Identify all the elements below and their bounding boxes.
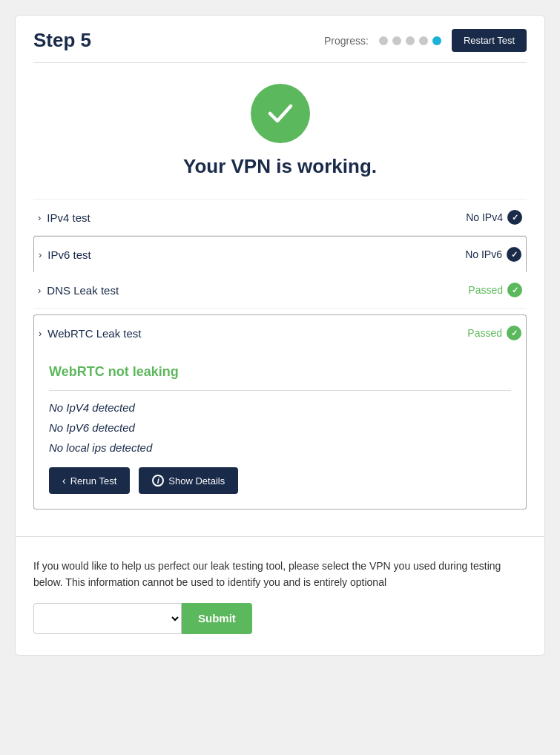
ipv6-status: No IPv6 [465, 248, 502, 260]
main-container: Step 5 Progress: Restart Test Your VPN i… [15, 15, 545, 656]
dns-status: Passed [468, 284, 503, 296]
footer-section: If you would like to help us perfect our… [16, 536, 544, 655]
test-row-dns[interactable]: › DNS Leak test Passed ✓ [33, 272, 527, 309]
test-row-ipv4[interactable]: › IPv4 test No IPv4 ✓ [33, 199, 527, 236]
panel-divider [49, 390, 511, 391]
test-row-webrtc[interactable]: › WebRTC Leak test Passed ✓ [33, 314, 527, 351]
test-list: › IPv4 test No IPv4 ✓ › IPv6 test No IPv… [33, 199, 527, 510]
dns-test-label: DNS Leak test [47, 284, 119, 297]
rerun-test-button[interactable]: ‹ Rerun Test [49, 467, 130, 494]
chevron-icon-ipv6: › [39, 249, 42, 260]
rerun-test-label: Rerun Test [70, 475, 117, 487]
dot-3 [406, 36, 415, 45]
test-row-ipv6-left: › IPv6 test [39, 248, 91, 261]
detection-local: No local ips detected [49, 441, 511, 454]
restart-test-button[interactable]: Restart Test [452, 29, 527, 52]
main-content: Your VPN is working. › IPv4 test No IPv4… [16, 63, 544, 529]
webrtc-panel-title: WebRTC not leaking [49, 364, 511, 380]
show-details-label: Show Details [168, 475, 225, 487]
header: Step 5 Progress: Restart Test [16, 16, 544, 62]
detection-ipv6: No IpV6 detected [49, 421, 511, 434]
webrtc-test-label: WebRTC Leak test [47, 327, 141, 340]
webrtc-expanded-panel: WebRTC not leaking No IpV4 detected No I… [33, 351, 527, 510]
dot-5 [432, 36, 441, 45]
header-right: Progress: Restart Test [324, 29, 527, 52]
show-details-button[interactable]: i Show Details [139, 467, 238, 494]
dot-1 [379, 36, 388, 45]
footer-form: Submit [33, 603, 527, 634]
success-icon [251, 84, 310, 143]
test-row-dns-left: › DNS Leak test [38, 284, 119, 297]
test-row-ipv6[interactable]: › IPv6 test No IPv6 ✓ [33, 236, 527, 272]
dot-2 [392, 36, 401, 45]
test-row-webrtc-left: › WebRTC Leak test [39, 327, 142, 340]
ipv4-status: No IPv4 [466, 211, 503, 223]
webrtc-status: Passed [467, 327, 502, 339]
chevron-left-icon: ‹ [62, 475, 66, 487]
success-section: Your VPN is working. [33, 63, 527, 193]
test-row-dns-right: Passed ✓ [468, 283, 522, 297]
vpn-select[interactable] [33, 603, 182, 634]
success-message: Your VPN is working. [183, 155, 377, 178]
chevron-icon-webrtc: › [39, 328, 42, 339]
panel-buttons: ‹ Rerun Test i Show Details [49, 467, 511, 494]
test-row-webrtc-right: Passed ✓ [467, 326, 521, 340]
chevron-icon-ipv4: › [38, 212, 41, 223]
test-row-ipv4-right: No IPv4 ✓ [466, 210, 522, 225]
ipv6-test-label: IPv6 test [47, 248, 90, 261]
detection-ipv4: No IpV4 detected [49, 401, 511, 414]
dns-badge: ✓ [507, 283, 522, 297]
progress-dots [379, 36, 441, 45]
ipv4-test-label: IPv4 test [47, 211, 90, 224]
ipv6-badge: ✓ [507, 247, 521, 262]
info-icon: i [152, 475, 164, 487]
step-title: Step 5 [33, 29, 91, 52]
submit-button[interactable]: Submit [182, 603, 252, 634]
progress-label: Progress: [324, 35, 369, 47]
checkmark-icon [264, 97, 297, 130]
ipv4-badge: ✓ [507, 210, 522, 225]
test-row-ipv6-right: No IPv6 ✓ [465, 247, 521, 262]
footer-text: If you would like to help us perfect our… [33, 558, 527, 591]
dot-4 [419, 36, 428, 45]
webrtc-badge: ✓ [507, 326, 521, 340]
chevron-icon-dns: › [38, 285, 41, 296]
test-row-ipv4-left: › IPv4 test [38, 211, 90, 224]
